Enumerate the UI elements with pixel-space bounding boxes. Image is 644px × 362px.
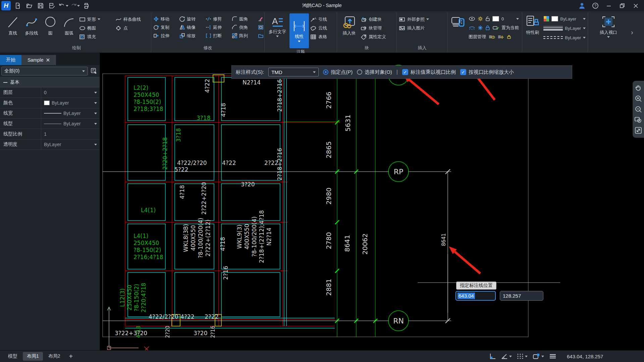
open-file-button[interactable]: [24, 1, 34, 10]
drawing-canvas[interactable]: L2(2)250X450?8-150(2)2?18;3?183?183?182?…: [100, 53, 644, 350]
radio-select-object[interactable]: 选择对象(O): [357, 69, 392, 75]
zoom-extents-icon[interactable]: [634, 126, 642, 134]
move-tool[interactable]: 移动: [153, 16, 179, 22]
prop-value-color[interactable]: ByLayer: [41, 98, 100, 108]
save-as-button[interactable]: [47, 1, 57, 10]
layer-manager-tool[interactable]: [450, 13, 466, 29]
print-button[interactable]: [81, 1, 91, 10]
color-dropdown-caret[interactable]: [583, 18, 586, 20]
minimize-button[interactable]: [603, 1, 614, 10]
array-tool[interactable]: 阵列: [232, 33, 258, 39]
table-tool[interactable]: 表格: [310, 33, 334, 41]
zoom-window-icon[interactable]: [634, 116, 642, 124]
tab-sample[interactable]: Sample: [21, 55, 56, 65]
linetype-control[interactable]: ByLayer: [543, 34, 586, 42]
circle-tool[interactable]: 圆: [42, 13, 59, 36]
prop-value-transparency[interactable]: ByLayer: [41, 139, 100, 149]
trim-tool[interactable]: 修剪: [206, 16, 232, 22]
layer-unlock-icon[interactable]: [485, 16, 490, 21]
prop-value-linetype[interactable]: ByLayer: [41, 119, 100, 129]
rectangle-dropdown-caret[interactable]: [98, 18, 100, 20]
revision-cloud-tool[interactable]: 云线: [310, 24, 334, 32]
insert-image-tool[interactable]: 插入图片: [399, 24, 444, 32]
status-menu-icon[interactable]: [549, 353, 557, 360]
user-avatar[interactable]: [576, 1, 588, 10]
section-basic[interactable]: 基本: [0, 77, 100, 87]
layer-walk-icon[interactable]: [488, 35, 495, 39]
rotate-tool[interactable]: 旋转: [179, 16, 206, 22]
layer-on-icon[interactable]: [469, 16, 475, 21]
attribute-define-tool[interactable]: 属性定义: [361, 33, 391, 41]
xref-tool[interactable]: 外部参照: [399, 15, 444, 23]
xref-dropdown-caret[interactable]: [426, 18, 429, 20]
layer-dropdown-caret[interactable]: [516, 18, 519, 20]
layer-freeze-icon[interactable]: [478, 25, 483, 31]
polyline-tool[interactable]: 多段线: [23, 13, 40, 36]
block-manage-tool[interactable]: 块管理: [361, 24, 391, 32]
zoom-out-icon[interactable]: [634, 105, 642, 113]
stretch-tool[interactable]: 拉伸: [153, 33, 179, 39]
redo-dropdown-caret[interactable]: [77, 5, 80, 7]
add-layout-button[interactable]: +: [66, 353, 76, 360]
layer-lock-other-icon[interactable]: [506, 35, 512, 39]
close-button[interactable]: [630, 1, 641, 10]
redo-button[interactable]: [70, 1, 80, 10]
create-block-tool[interactable]: 创建块: [361, 15, 391, 23]
linear-dropdown-caret[interactable]: [298, 41, 301, 42]
insert-block-tool[interactable]: 插入块: [339, 13, 359, 36]
new-file-button[interactable]: [13, 1, 23, 10]
dynamic-input-x[interactable]: 643.04: [455, 291, 496, 301]
layer-lock-icon[interactable]: [485, 25, 490, 31]
mtext-dropdown-caret[interactable]: [276, 36, 279, 37]
maximize-button[interactable]: [616, 1, 628, 10]
color-control[interactable]: ByLayer: [543, 15, 586, 23]
polar-tracking-control[interactable]: [501, 353, 512, 360]
leader-tool[interactable]: A 引线: [310, 15, 334, 23]
layer-off-icon[interactable]: [469, 25, 475, 30]
help-button[interactable]: ?: [590, 1, 601, 10]
set-current-label[interactable]: 置为当前: [501, 25, 519, 31]
spline-tool[interactable]: 样条曲线: [115, 15, 148, 23]
snap-grid-control[interactable]: [517, 353, 528, 360]
undo-button[interactable]: [58, 1, 68, 10]
set-current-layer-icon[interactable]: [492, 25, 499, 31]
prop-value-lineweight[interactable]: ByLayer: [41, 108, 100, 118]
lineweight-control[interactable]: ByLayer: [543, 24, 586, 32]
pan-icon[interactable]: [635, 84, 642, 92]
ribbon-overflow-chevron[interactable]: ›: [631, 28, 633, 36]
mirror-tool[interactable]: 镜像: [179, 24, 206, 31]
app-logo-icon[interactable]: H: [1, 1, 11, 10]
hatch-tool[interactable]: 填充: [79, 33, 114, 41]
tab-start[interactable]: 开始: [0, 55, 21, 65]
break-tool[interactable]: 打断: [206, 33, 232, 39]
checkbox-scale-size[interactable]: ✓ 按视口比例缩放大小: [460, 69, 514, 75]
close-tab-icon[interactable]: [46, 58, 50, 62]
checkbox-scale-value[interactable]: ✓ 标注值乘以视口比例: [402, 69, 456, 75]
prop-value-ltscale[interactable]: 1: [41, 129, 100, 139]
dim-style-select[interactable]: TMD: [268, 68, 319, 76]
tab-layout2[interactable]: 布局2: [44, 352, 64, 361]
line-tool[interactable]: 直线: [4, 13, 21, 36]
copy-tool[interactable]: 复制: [153, 24, 179, 31]
layer-manage-label[interactable]: 图层管理: [469, 34, 486, 40]
tab-layout1[interactable]: 布局1: [23, 352, 43, 361]
match-properties-tool[interactable]: 特性刷: [524, 13, 541, 36]
radio-specify-point[interactable]: 指定点(P): [323, 69, 353, 75]
layer-freeze-other-icon[interactable]: [497, 35, 504, 39]
point-tool[interactable]: 点: [115, 24, 148, 32]
fillet-tool[interactable]: 圆角: [232, 16, 258, 22]
extend-tool[interactable]: 延伸: [206, 24, 232, 31]
dynamic-input-y[interactable]: 128.257: [500, 291, 543, 301]
undo-dropdown-caret[interactable]: [66, 5, 68, 7]
chamfer-tool[interactable]: 倒角: [232, 24, 258, 31]
arc-tool[interactable]: 圆弧: [60, 13, 78, 36]
tab-model[interactable]: 模型: [4, 352, 21, 361]
scale-tool[interactable]: 缩放: [179, 33, 206, 39]
linetype-dropdown-caret[interactable]: [583, 37, 586, 39]
osnap-control[interactable]: [532, 353, 544, 360]
rectangle-tool[interactable]: 矩形: [79, 15, 114, 23]
mtext-tool[interactable]: A 多行文字: [267, 13, 288, 37]
insert-viewport-tool[interactable]: 插入视口: [595, 13, 622, 38]
ellipse-tool[interactable]: 椭圆: [79, 24, 114, 32]
save-button[interactable]: [36, 1, 46, 10]
